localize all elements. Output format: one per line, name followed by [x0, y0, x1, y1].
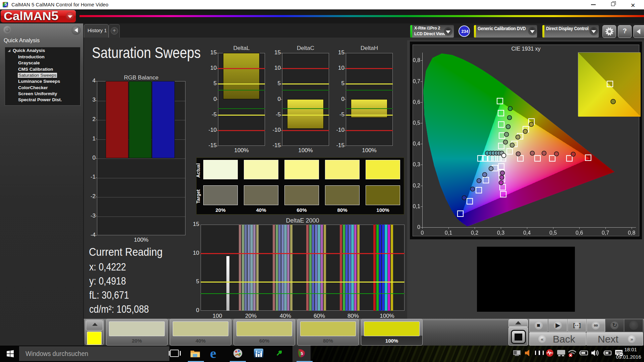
svg-text:5: 5 — [301, 351, 303, 356]
